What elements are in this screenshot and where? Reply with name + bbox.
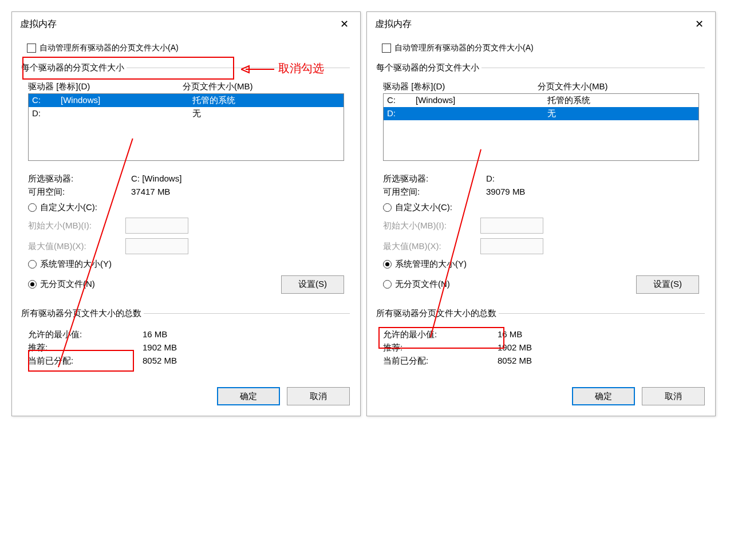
free-space-row: 可用空间: 37417 MB (28, 187, 344, 198)
drive-list-header: 驱动器 [卷标](D) 分页文件大小(MB) (28, 81, 344, 92)
radio-icon (28, 203, 37, 212)
drive-listbox[interactable]: C: [Windows] 托管的系统 D: 无 (383, 93, 699, 161)
recommended-row: 推荐: 1902 MB (383, 342, 699, 353)
radio-icon (28, 280, 37, 289)
totals-legend: 所有驱动器分页文件大小的总数 (21, 308, 144, 319)
drive-col-label: 驱动器 [卷标](D) (28, 81, 183, 92)
per-drive-legend: 每个驱动器的分页文件大小 (21, 62, 127, 73)
drive-listbox[interactable]: C: [Windows] 托管的系统 D: 无 (28, 93, 344, 161)
radio-icon (28, 260, 37, 269)
per-drive-group: 每个驱动器的分页文件大小 驱动器 [卷标](D) 分页文件大小(MB) C: [… (22, 62, 350, 302)
virtual-memory-dialog-left: 虚拟内存 ✕ 自动管理所有驱动器的分页文件大小(A) 每个驱动器的分页文件大小 … (11, 11, 361, 416)
initial-size-input[interactable] (125, 218, 188, 234)
no-paging-radio[interactable]: 无分页文件(N) (383, 279, 450, 290)
free-space-row: 可用空间: 39079 MB (383, 187, 699, 198)
current-row: 当前已分配: 8052 MB (383, 356, 699, 366)
dialog-title: 虚拟内存 (20, 18, 57, 30)
drive-row-c[interactable]: C: [Windows] 托管的系统 (29, 94, 344, 107)
recommended-row: 推荐: 1902 MB (28, 342, 344, 353)
max-size-input[interactable] (480, 238, 543, 254)
set-button[interactable]: 设置(S) (281, 275, 344, 294)
titlebar: 虚拟内存 ✕ (12, 12, 360, 40)
per-drive-group: 每个驱动器的分页文件大小 驱动器 [卷标](D) 分页文件大小(MB) C: [… (377, 62, 705, 302)
custom-size-radio[interactable]: 自定义大小(C): (383, 202, 699, 213)
close-icon[interactable]: ✕ (337, 18, 352, 30)
selected-drive-row: 所选驱动器: C: [Windows] (28, 173, 344, 184)
auto-manage-checkbox[interactable] (27, 44, 36, 53)
totals-group: 所有驱动器分页文件大小的总数 允许的最小值: 16 MB 推荐: 1902 MB… (377, 308, 705, 377)
no-paging-radio[interactable]: 无分页文件(N) (28, 279, 95, 290)
ok-button[interactable]: 确定 (572, 387, 635, 405)
radio-icon (383, 280, 392, 289)
totals-legend: 所有驱动器分页文件大小的总数 (376, 308, 499, 319)
custom-size-radio[interactable]: 自定义大小(C): (28, 202, 344, 213)
initial-size-label: 初始大小(MB)(I): (383, 220, 480, 231)
dialog-title: 虚拟内存 (375, 18, 412, 30)
dialog-footer: 确定 取消 (367, 382, 715, 409)
set-button[interactable]: 设置(S) (636, 275, 699, 294)
close-icon[interactable]: ✕ (692, 18, 707, 30)
system-managed-radio[interactable]: 系统管理的大小(Y) (28, 259, 344, 270)
dialog-footer: 确定 取消 (12, 382, 360, 409)
initial-size-input[interactable] (480, 218, 543, 234)
cancel-button[interactable]: 取消 (642, 387, 705, 405)
drive-row-d[interactable]: D: 无 (384, 107, 698, 120)
virtual-memory-dialog-right: 虚拟内存 ✕ 自动管理所有驱动器的分页文件大小(A) 每个驱动器的分页文件大小 … (366, 11, 716, 416)
max-size-label: 最大值(MB)(X): (383, 241, 480, 252)
drive-row-d[interactable]: D: 无 (29, 107, 344, 120)
auto-manage-label: 自动管理所有驱动器的分页文件大小(A) (40, 43, 179, 53)
initial-size-label: 初始大小(MB)(I): (28, 220, 125, 231)
size-col-label: 分页文件大小(MB) (183, 81, 344, 92)
auto-manage-label: 自动管理所有驱动器的分页文件大小(A) (394, 43, 534, 53)
radio-icon (383, 203, 392, 212)
min-allowed-row: 允许的最小值: 16 MB (383, 329, 699, 340)
ok-button[interactable]: 确定 (217, 387, 280, 405)
drive-col-label: 驱动器 [卷标](D) (383, 81, 538, 92)
totals-group: 所有驱动器分页文件大小的总数 允许的最小值: 16 MB 推荐: 1902 MB… (22, 308, 350, 377)
max-size-input[interactable] (125, 238, 188, 254)
current-row: 当前已分配: 8052 MB (28, 356, 344, 366)
auto-manage-checkbox-row[interactable]: 自动管理所有驱动器的分页文件大小(A) (377, 40, 705, 57)
radio-icon (383, 260, 392, 269)
drive-list-header: 驱动器 [卷标](D) 分页文件大小(MB) (383, 81, 699, 92)
max-size-label: 最大值(MB)(X): (28, 241, 125, 252)
size-col-label: 分页文件大小(MB) (538, 81, 699, 92)
min-allowed-row: 允许的最小值: 16 MB (28, 329, 344, 340)
selected-drive-row: 所选驱动器: D: (383, 173, 699, 184)
drive-row-c[interactable]: C: [Windows] 托管的系统 (384, 94, 698, 107)
auto-manage-checkbox[interactable] (382, 44, 391, 53)
per-drive-legend: 每个驱动器的分页文件大小 (376, 62, 482, 73)
cancel-button[interactable]: 取消 (287, 387, 350, 405)
titlebar: 虚拟内存 ✕ (367, 12, 715, 40)
system-managed-radio[interactable]: 系统管理的大小(Y) (383, 259, 699, 270)
auto-manage-checkbox-row[interactable]: 自动管理所有驱动器的分页文件大小(A) (22, 40, 350, 57)
